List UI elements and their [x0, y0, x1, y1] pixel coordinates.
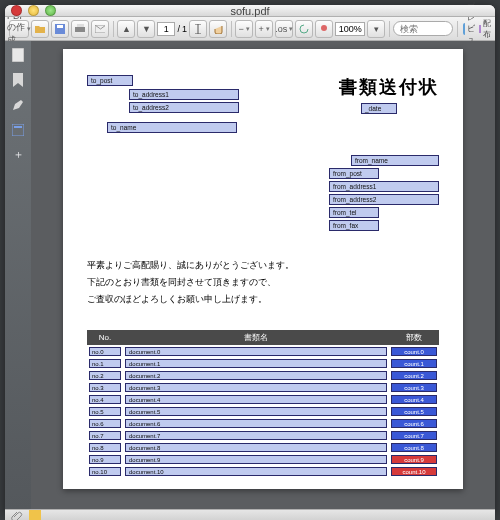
field-count[interactable]: count.4	[391, 395, 437, 404]
svg-rect-11	[29, 510, 41, 520]
distribute-icon[interactable]	[478, 22, 481, 36]
field-count[interactable]: count.9	[391, 455, 437, 464]
table-row: no.2document.2count.2	[87, 369, 439, 381]
field-no[interactable]: no.5	[89, 407, 121, 416]
search-input[interactable]	[393, 21, 453, 36]
field-no[interactable]: no.7	[89, 431, 121, 440]
svg-rect-8	[12, 48, 24, 62]
field-from-address2[interactable]: from_address2	[329, 194, 439, 205]
next-page-button[interactable]: ▼	[137, 20, 155, 38]
body-line-1: 平素よりご高配賜り、誠にありがとうございます。	[87, 257, 439, 274]
zoom-in-button[interactable]: +	[255, 20, 273, 38]
save-button[interactable]	[51, 20, 69, 38]
field-from-name[interactable]: from_name	[351, 155, 439, 166]
field-count[interactable]: count.8	[391, 443, 437, 452]
field-document[interactable]: document.5	[125, 407, 387, 416]
printer-icon	[75, 24, 85, 34]
field-from-post[interactable]: from_post	[329, 168, 379, 179]
field-date[interactable]: _date	[361, 103, 397, 114]
table-row: no.6document.6count.6	[87, 417, 439, 429]
field-from-address1[interactable]: from_address1	[329, 181, 439, 192]
bookmark-icon	[13, 73, 23, 87]
table-row: no.5document.5count.5	[87, 405, 439, 417]
th-cnt: 部数	[389, 330, 439, 345]
table-row: no.7document.7count.7	[87, 429, 439, 441]
form-icon	[12, 124, 24, 136]
pages-panel-button[interactable]	[11, 47, 26, 62]
stamp-button[interactable]	[315, 20, 333, 38]
th-doc: 書類名	[123, 330, 389, 345]
field-no[interactable]: no.2	[89, 371, 121, 380]
up-arrow-icon: ▲	[122, 24, 131, 34]
field-document[interactable]: document.0	[125, 347, 387, 356]
field-document[interactable]: document.9	[125, 455, 387, 464]
fields-panel-button[interactable]	[11, 122, 26, 137]
field-document[interactable]: document.7	[125, 431, 387, 440]
mail-button[interactable]	[91, 20, 109, 38]
field-to-address1[interactable]: to_address1	[129, 89, 239, 100]
bookmarks-panel-button[interactable]	[11, 72, 26, 87]
zoom-out-button[interactable]: −	[235, 20, 253, 38]
create-pdf-button[interactable]: PDF の作成	[9, 20, 29, 38]
field-document[interactable]: document.10	[125, 467, 387, 476]
svg-rect-2	[75, 27, 85, 32]
attachment-icon[interactable]	[11, 510, 23, 520]
field-document[interactable]: document.1	[125, 359, 387, 368]
field-no[interactable]: no.6	[89, 419, 121, 428]
field-count[interactable]: count.1	[391, 359, 437, 368]
svg-rect-9	[12, 124, 24, 136]
hand-tool-button[interactable]	[209, 20, 227, 38]
field-no[interactable]: no.4	[89, 395, 121, 404]
svg-point-5	[321, 25, 327, 31]
page-total: 1	[182, 24, 187, 34]
field-no[interactable]: no.0	[89, 347, 121, 356]
field-no[interactable]: no.3	[89, 383, 121, 392]
table-row: no.9document.9count.9	[87, 453, 439, 465]
svg-rect-1	[57, 25, 63, 28]
field-count[interactable]: count.3	[391, 383, 437, 392]
document-table: No. 書類名 部数 no.0document.0count.0no.1docu…	[87, 330, 439, 477]
field-document[interactable]: document.6	[125, 419, 387, 428]
signature-panel-button[interactable]	[11, 97, 26, 112]
field-document[interactable]: document.2	[125, 371, 387, 380]
add-panel-button[interactable]: ＋	[11, 147, 26, 162]
field-count[interactable]: count.2	[391, 371, 437, 380]
zoom-field[interactable]	[335, 22, 365, 36]
field-count[interactable]: count.0	[391, 347, 437, 356]
zoom-dropdown[interactable]: ▾	[367, 20, 385, 38]
svg-rect-6	[463, 23, 465, 35]
field-from-tel[interactable]: from_tel	[329, 207, 379, 218]
down-arrow-icon: ▼	[142, 24, 151, 34]
os-button[interactable]: .os	[275, 20, 293, 38]
preview-icon	[462, 22, 465, 36]
page-sep: /	[177, 24, 180, 34]
field-no[interactable]: no.10	[89, 467, 121, 476]
hand-icon	[213, 24, 223, 34]
table-row: no.8document.8count.8	[87, 441, 439, 453]
field-document[interactable]: document.8	[125, 443, 387, 452]
field-no[interactable]: no.8	[89, 443, 121, 452]
field-count[interactable]: count.5	[391, 407, 437, 416]
document-viewport[interactable]: to_post to_address1 to_address2 to_name …	[31, 41, 495, 509]
field-no[interactable]: no.1	[89, 359, 121, 368]
open-button[interactable]	[31, 20, 49, 38]
rotate-button[interactable]	[295, 20, 313, 38]
cursor-tool-button[interactable]	[189, 20, 207, 38]
distribute-label: 配布	[483, 18, 491, 40]
print-button[interactable]	[71, 20, 89, 38]
page-input[interactable]	[157, 22, 175, 36]
field-to-post[interactable]: to_post	[87, 75, 133, 86]
field-no[interactable]: no.9	[89, 455, 121, 464]
field-count[interactable]: count.7	[391, 431, 437, 440]
body-text: 平素よりご高配賜り、誠にありがとうございます。 下記のとおり書類を同封させて頂き…	[87, 257, 439, 308]
prev-page-button[interactable]: ▲	[117, 20, 135, 38]
field-count[interactable]: count.10	[391, 467, 437, 476]
field-document[interactable]: document.4	[125, 395, 387, 404]
field-to-name[interactable]: to_name	[107, 122, 237, 133]
side-panel: ＋	[5, 41, 31, 509]
field-to-address2[interactable]: to_address2	[129, 102, 239, 113]
field-count[interactable]: count.6	[391, 419, 437, 428]
field-from-fax[interactable]: from_fax	[329, 220, 379, 231]
field-document[interactable]: document.3	[125, 383, 387, 392]
note-icon[interactable]	[29, 510, 41, 520]
